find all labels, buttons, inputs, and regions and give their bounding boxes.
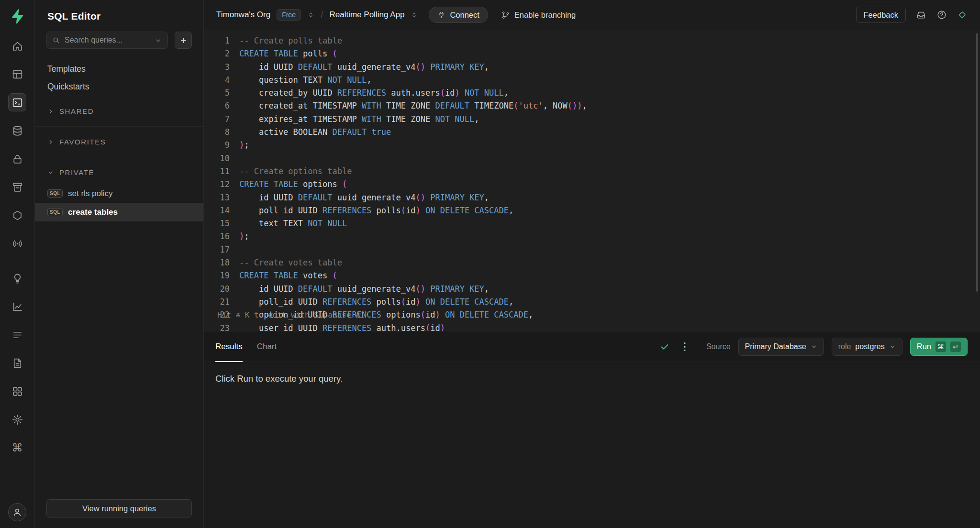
home-icon[interactable] bbox=[8, 37, 26, 55]
chevron-right-icon bbox=[47, 139, 54, 145]
section-favorites[interactable]: FAVORITES bbox=[35, 126, 203, 157]
query-item-label: set rls policy bbox=[68, 189, 113, 198]
database-select[interactable]: Primary Database bbox=[738, 338, 824, 356]
database-select-value: Primary Database bbox=[745, 342, 806, 351]
run-button[interactable]: Run ⌘ ↵ bbox=[910, 338, 968, 356]
search-placeholder: Search queries... bbox=[65, 36, 122, 44]
sidebar-links: Templates Quickstarts bbox=[35, 60, 203, 96]
code-line: 10 bbox=[204, 152, 980, 165]
code-line: 22 option_id UUID REFERENCES options(id)… bbox=[204, 308, 980, 321]
nav-rail-items: ⌘ bbox=[8, 37, 26, 503]
nav-rail: ⌘ bbox=[0, 0, 35, 528]
results-panel: Results Chart ⋮ Source Primary Database … bbox=[204, 331, 980, 528]
query-valid-check-icon bbox=[659, 341, 670, 352]
view-running-queries-button[interactable]: View running queries bbox=[46, 499, 192, 517]
ai-assistant-icon[interactable] bbox=[957, 10, 968, 20]
code-line: 5 created_by UUID REFERENCES auth.users(… bbox=[204, 87, 980, 99]
help-icon[interactable] bbox=[936, 10, 947, 20]
sql-editor-icon[interactable] bbox=[8, 93, 26, 111]
integrations-icon[interactable] bbox=[8, 382, 26, 400]
enable-branching-label: Enable branching bbox=[514, 11, 576, 20]
org-selector-icon[interactable] bbox=[307, 10, 314, 20]
section-shared-label: SHARED bbox=[59, 107, 94, 115]
sidebar-footer: View running queries bbox=[35, 491, 203, 528]
code-line: 19CREATE TABLE votes ( bbox=[204, 269, 980, 282]
database-icon[interactable] bbox=[8, 121, 26, 140]
code-line: 1-- Create polls table bbox=[204, 34, 980, 47]
sql-code-editor[interactable]: 1-- Create polls table2CREATE TABLE poll… bbox=[204, 30, 980, 331]
query-item-set-rls-policy[interactable]: SQL set rls policy bbox=[35, 184, 203, 203]
section-private-label: PRIVATE bbox=[59, 168, 94, 176]
advisors-icon[interactable] bbox=[8, 269, 26, 287]
code-line: 23 user_id UUID REFERENCES auth.users(id… bbox=[204, 322, 980, 331]
project-selector-icon[interactable] bbox=[411, 10, 418, 20]
tab-results[interactable]: Results bbox=[215, 331, 243, 362]
user-avatar[interactable] bbox=[8, 503, 26, 521]
chevron-down-icon bbox=[811, 343, 817, 350]
top-bar: Timonwa's Org Free / Realtime Polling Ap… bbox=[204, 0, 980, 30]
api-docs-icon[interactable] bbox=[8, 354, 26, 372]
logs-icon[interactable] bbox=[8, 326, 26, 344]
search-icon bbox=[52, 36, 60, 44]
edge-functions-icon[interactable] bbox=[8, 206, 26, 224]
new-query-button[interactable] bbox=[175, 32, 192, 49]
reports-icon[interactable] bbox=[8, 297, 26, 316]
page-title: SQL Editor bbox=[35, 0, 203, 32]
top-bar-right: Feedback bbox=[856, 7, 968, 23]
code-line: 2CREATE TABLE polls ( bbox=[204, 47, 980, 60]
code-line: 20 id UUID DEFAULT uuid_generate_v4() PR… bbox=[204, 283, 980, 296]
settings-gear-icon[interactable] bbox=[8, 410, 26, 429]
code-line: 18-- Create votes table bbox=[204, 256, 980, 269]
scrollbar-thumb[interactable] bbox=[976, 33, 978, 292]
section-shared[interactable]: SHARED bbox=[35, 96, 203, 126]
app-window: ⌘ SQL Editor Search queries... Templates… bbox=[0, 0, 980, 528]
query-item-create-tables[interactable]: SQL create tables bbox=[35, 203, 203, 221]
results-tabs: Results Chart bbox=[215, 331, 277, 362]
command-menu-icon[interactable]: ⌘ bbox=[8, 439, 26, 457]
plug-icon bbox=[437, 11, 445, 19]
code-line: 8 active BOOLEAN DEFAULT true bbox=[204, 126, 980, 139]
org-breadcrumb[interactable]: Timonwa's Org bbox=[216, 10, 270, 20]
connect-button[interactable]: Connect bbox=[429, 7, 488, 23]
code-line: 3 id UUID DEFAULT uuid_generate_v4() PRI… bbox=[204, 61, 980, 74]
connect-label: Connect bbox=[450, 11, 479, 20]
chevron-down-icon bbox=[47, 169, 54, 176]
plus-icon bbox=[179, 36, 188, 44]
chevron-down-icon bbox=[889, 343, 896, 350]
search-queries-input[interactable]: Search queries... bbox=[46, 32, 168, 49]
tab-chart[interactable]: Chart bbox=[257, 331, 277, 362]
cmd-key-icon: ⌘ bbox=[935, 341, 946, 352]
section-favorites-label: FAVORITES bbox=[59, 138, 106, 146]
section-private[interactable]: PRIVATE bbox=[35, 157, 203, 184]
more-options-button[interactable]: ⋮ bbox=[678, 341, 692, 352]
code-line: 7 expires_at TIMESTAMP WITH TIME ZONE NO… bbox=[204, 113, 980, 126]
source-label: Source bbox=[706, 342, 731, 351]
sql-badge: SQL bbox=[47, 208, 63, 216]
code-line: 12CREATE TABLE options ( bbox=[204, 178, 980, 191]
code-line: 17 bbox=[204, 243, 980, 256]
enter-key-icon: ↵ bbox=[950, 341, 961, 352]
storage-icon[interactable] bbox=[8, 178, 26, 196]
run-label: Run bbox=[917, 342, 931, 351]
feedback-button[interactable]: Feedback bbox=[856, 7, 906, 23]
code-line: 4 question TEXT NOT NULL, bbox=[204, 74, 980, 87]
sidebar-item-templates[interactable]: Templates bbox=[35, 60, 203, 78]
editor-scrollbar[interactable] bbox=[974, 30, 980, 331]
sql-badge: SQL bbox=[47, 189, 63, 198]
results-toolbar: Results Chart ⋮ Source Primary Database … bbox=[204, 331, 980, 362]
inbox-icon[interactable] bbox=[916, 10, 926, 20]
role-select[interactable]: role postgres bbox=[832, 338, 902, 356]
chevron-down-icon bbox=[154, 36, 162, 44]
project-breadcrumb[interactable]: Realtime Polling App bbox=[330, 10, 405, 20]
table-editor-icon[interactable] bbox=[8, 65, 26, 83]
enable-branching-button[interactable]: Enable branching bbox=[501, 11, 576, 20]
code-line: 15 text TEXT NOT NULL bbox=[204, 217, 980, 230]
sidebar-item-quickstarts[interactable]: Quickstarts bbox=[35, 78, 203, 96]
code-line: 9); bbox=[204, 139, 980, 152]
query-item-label: create tables bbox=[68, 208, 118, 217]
auth-lock-icon[interactable] bbox=[8, 150, 26, 168]
supabase-logo-icon[interactable] bbox=[8, 7, 26, 25]
queries-sidebar: SQL Editor Search queries... Templates Q… bbox=[35, 0, 204, 528]
git-branch-icon bbox=[501, 11, 510, 20]
realtime-icon[interactable] bbox=[8, 234, 26, 253]
